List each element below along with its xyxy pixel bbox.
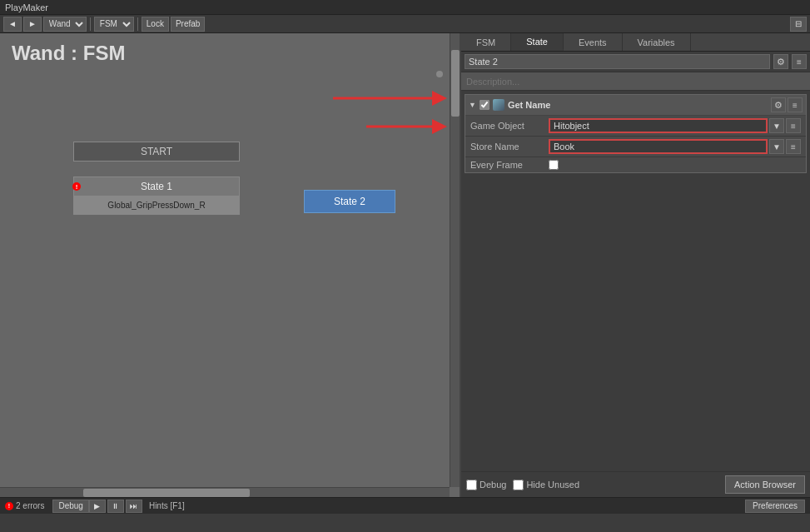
state1-header[interactable]: ! State 1 (73, 177, 240, 196)
toolbar-sep-2 (137, 17, 138, 31)
state2-node[interactable]: State 2 (304, 190, 395, 213)
action-enabled-checkbox[interactable] (480, 100, 489, 110)
tab-variables[interactable]: Variables (623, 33, 691, 51)
state-menu-btn[interactable]: ≡ (792, 54, 807, 69)
store-name-label: Store Name (470, 142, 545, 152)
title-text: PlayMaker (5, 2, 48, 12)
fsm-hscroll-thumb[interactable] (83, 489, 250, 497)
state1-label: State 1 (141, 181, 172, 192)
debug-button[interactable]: Debug (52, 500, 88, 513)
fsm-vscroll-thumb[interactable] (451, 50, 460, 117)
every-frame-label: Every Frame (470, 160, 545, 170)
store-name-menu-btn[interactable]: ≡ (786, 139, 801, 154)
store-name-row: Store Name ▼ ≡ (465, 137, 806, 157)
toolbar: ◄ ► Wand FSM Lock Prefab ⊟ (0, 15, 810, 33)
debug-label: Debug (466, 480, 506, 490)
get-name-header[interactable]: ▼ Get Name ⚙ ≡ (465, 95, 806, 116)
right-panel: FSM State Events Variables ⚙ ≡ (461, 33, 810, 497)
hints-label: Hints [F1] (149, 501, 185, 510)
right-bottom: Debug Hide Unused Action Browser (461, 471, 810, 497)
tab-fsm[interactable]: FSM (461, 33, 511, 51)
debug-text: Debug (480, 480, 506, 490)
hide-unused-text: Hide Unused (526, 480, 579, 490)
tab-events-label: Events (579, 37, 607, 47)
state1-node[interactable]: ! State 1 Global_GripPressDown_R (73, 177, 240, 215)
title-bar: PlayMaker (0, 0, 810, 15)
action-collapse-arrow[interactable]: ▼ (469, 101, 476, 109)
store-name-value: ▼ ≡ (549, 139, 801, 154)
tab-bar: FSM State Events Variables (461, 33, 810, 52)
error-badge-status: ! 2 errors (5, 501, 44, 510)
game-object-select-btn[interactable]: ▼ (769, 118, 784, 133)
get-name-action: ▼ Get Name ⚙ ≡ Game Object ▼ ≡ (465, 94, 807, 173)
action-menu-btn[interactable]: ≡ (788, 97, 803, 112)
action-settings-btn[interactable]: ⚙ (771, 97, 786, 112)
game-object-row: Game Object ▼ ≡ (465, 116, 806, 137)
fsm-arrows (0, 33, 460, 497)
fsm-panel[interactable]: Wand : FSM START ! State 1 Global_GripPr… (0, 33, 461, 497)
error-badge: ! (72, 182, 81, 191)
action-header-btns: ⚙ ≡ (771, 97, 803, 112)
hide-unused-checkbox[interactable] (513, 480, 524, 490)
error-dot: ! (5, 502, 13, 510)
tab-events[interactable]: Events (564, 33, 623, 51)
action-browser-button[interactable]: Action Browser (725, 475, 805, 494)
state-name-input[interactable] (465, 54, 770, 69)
wand-select[interactable]: Wand (43, 17, 87, 32)
pause-button[interactable]: ⏸ (107, 500, 124, 513)
tab-variables-label: Variables (638, 37, 675, 47)
action-title: Get Name (508, 100, 768, 110)
tab-state-label: State (526, 37, 548, 47)
fsm-dot (436, 71, 443, 77)
fsm-select[interactable]: FSM (94, 17, 134, 32)
next-button[interactable]: ► (23, 17, 42, 32)
action-icon (493, 99, 504, 111)
play-controls: ▶ ⏸ ⏭ (89, 500, 142, 513)
step-button[interactable]: ⏭ (126, 500, 142, 513)
preferences-button[interactable]: Preferences (745, 500, 805, 513)
tab-state[interactable]: State (511, 33, 564, 51)
state-settings-btn[interactable]: ⚙ (773, 54, 788, 69)
store-name-input[interactable] (549, 139, 768, 154)
description-input[interactable] (461, 72, 810, 91)
state1-body: Global_GripPressDown_R (73, 196, 240, 215)
start-node[interactable]: START (73, 142, 240, 162)
fsm-title: Wand : FSM (0, 33, 460, 73)
game-object-label: Game Object (470, 121, 545, 131)
fsm-vscroll[interactable] (450, 33, 460, 487)
start-label: START (141, 146, 172, 157)
prefab-button[interactable]: Prefab (171, 17, 205, 32)
error-count: 2 errors (16, 501, 44, 510)
collapse-button[interactable]: ⊟ (790, 17, 807, 32)
play-button[interactable]: ▶ (89, 500, 106, 513)
game-object-input[interactable] (549, 118, 768, 133)
action-area: ▼ Get Name ⚙ ≡ Game Object ▼ ≡ (461, 91, 810, 471)
every-frame-row: Every Frame (465, 157, 806, 172)
state1-action: Global_GripPressDown_R (107, 201, 205, 210)
toolbar-sep-1 (90, 17, 91, 31)
status-bar: ! 2 errors Debug ▶ ⏸ ⏭ Hints [F1] Prefer… (0, 497, 810, 514)
debug-checkbox[interactable] (466, 480, 477, 490)
hide-unused-label: Hide Unused (513, 480, 579, 490)
state-name-row: ⚙ ≡ (461, 52, 810, 72)
store-name-select-btn[interactable]: ▼ (769, 139, 784, 154)
lock-button[interactable]: Lock (142, 17, 169, 32)
tab-fsm-label: FSM (476, 37, 495, 47)
state2-label: State 2 (334, 196, 365, 207)
game-object-value: ▼ ≡ (549, 118, 801, 133)
fsm-hscroll[interactable] (0, 487, 450, 497)
main-area: Wand : FSM START ! State 1 Global_GripPr… (0, 33, 810, 497)
every-frame-checkbox[interactable] (549, 160, 559, 170)
game-object-menu-btn[interactable]: ≡ (786, 118, 801, 133)
prev-button[interactable]: ◄ (3, 17, 22, 32)
